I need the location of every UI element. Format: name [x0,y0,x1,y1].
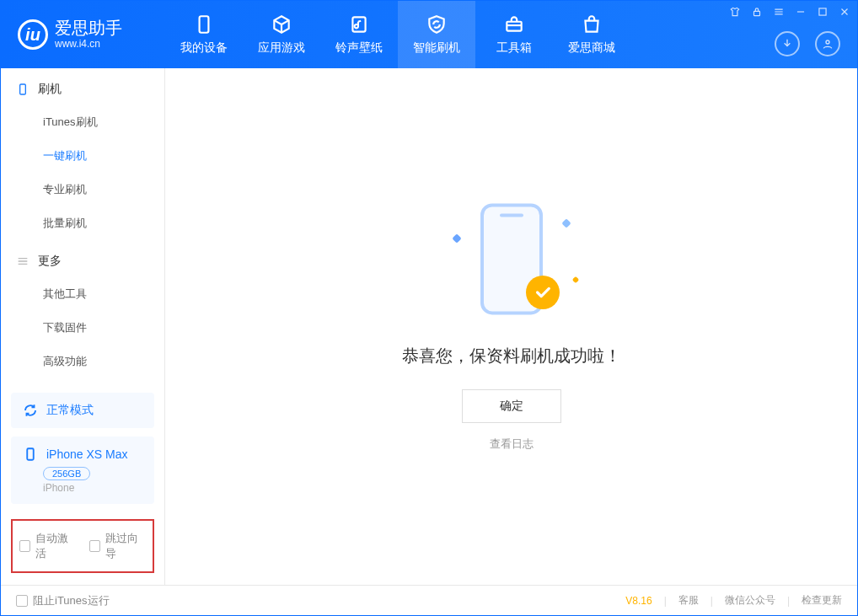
refresh-icon [23,403,38,418]
tab-label: 应用游戏 [258,40,305,56]
sparkle-icon [571,276,578,283]
mode-card[interactable]: 正常模式 [11,393,154,428]
group-title: 刷机 [38,82,62,97]
tab-label: 工具箱 [496,40,532,56]
app-subtitle: www.i4.cn [55,38,122,50]
tab-my-device[interactable]: 我的设备 [165,1,243,68]
success-illustration [448,201,575,328]
support-link[interactable]: 客服 [678,593,699,608]
nav-tabs: 我的设备 应用游戏 铃声壁纸 智能刷机 [165,1,630,68]
phone-icon [16,83,29,96]
list-icon [16,254,29,268]
checkmark-badge-icon [526,276,560,309]
minimize-icon[interactable] [795,6,807,18]
block-itunes-checkbox[interactable]: 阻止iTunes运行 [16,593,110,608]
tab-toolbox[interactable]: 工具箱 [475,1,553,68]
logo-icon: iu [18,19,48,50]
svg-point-5 [826,40,829,44]
auto-activate-checkbox[interactable]: 自动激活 [19,531,76,561]
tab-store[interactable]: 爱思商城 [553,1,630,68]
device-name: iPhone XS Max [46,447,128,461]
svg-rect-3 [754,11,760,15]
sidebar-item-download-firmware[interactable]: 下载固件 [1,311,164,345]
cube-icon [271,13,292,35]
tab-label: 我的设备 [180,40,228,56]
shield-refresh-icon [426,13,448,35]
lock-icon[interactable] [751,6,763,18]
window-controls [729,6,850,18]
view-log-link[interactable]: 查看日志 [490,437,534,452]
sidebar-item-batch-flash[interactable]: 批量刷机 [1,206,164,240]
separator: | [711,595,713,607]
app-window: iu 爱思助手 www.i4.cn 我的设备 应用游戏 [0,0,858,616]
sidebar-group-flash: 刷机 [1,68,164,105]
checkbox-label: 自动激活 [35,531,76,561]
version-label: V8.16 [625,595,652,607]
shopping-bag-icon [581,13,603,35]
close-icon[interactable] [839,6,850,18]
check-update-link[interactable]: 检查更新 [802,593,842,608]
tab-ringtones[interactable]: 铃声壁纸 [320,1,398,68]
sidebar-item-itunes-flash[interactable]: iTunes刷机 [1,105,164,139]
checkbox-icon [19,540,30,552]
toolbox-icon [503,13,525,35]
success-message: 恭喜您，保资料刷机成功啦！ [402,345,621,367]
svg-rect-4 [819,8,826,15]
header: iu 爱思助手 www.i4.cn 我的设备 应用游戏 [1,1,857,68]
tab-label: 爱思商城 [568,40,615,56]
device-capacity: 256GB [43,467,90,480]
mode-label: 正常模式 [46,403,94,418]
svg-rect-7 [27,448,34,460]
svg-rect-6 [20,84,26,94]
svg-rect-0 [200,16,209,33]
device-icon [193,13,215,35]
separator: | [664,595,667,607]
wechat-link[interactable]: 微信公众号 [725,593,775,608]
maximize-icon[interactable] [817,6,829,18]
sparkle-icon [452,233,461,243]
music-note-icon [348,13,370,35]
separator: | [787,595,790,607]
app-title: 爱思助手 [55,19,122,36]
sidebar-item-oneclick-flash[interactable]: 一键刷机 [1,139,164,173]
ok-button[interactable]: 确定 [462,389,561,423]
sidebar-item-other-tools[interactable]: 其他工具 [1,277,164,311]
main-content: 恭喜您，保资料刷机成功啦！ 确定 查看日志 [165,68,857,585]
checkbox-label: 阻止iTunes运行 [33,593,110,608]
body: 刷机 iTunes刷机 一键刷机 专业刷机 批量刷机 更多 其他工具 下载固件 … [1,68,857,585]
checkbox-icon [16,595,28,607]
tab-label: 智能刷机 [413,40,460,56]
menu-icon[interactable] [773,6,785,18]
sparkle-icon [561,218,571,228]
tab-smart-flash[interactable]: 智能刷机 [398,1,475,68]
checkbox-icon [89,540,100,552]
group-title: 更多 [38,254,62,269]
footer: 阻止iTunes运行 V8.16 | 客服 | 微信公众号 | 检查更新 [1,585,857,615]
tab-apps-games[interactable]: 应用游戏 [243,1,320,68]
skip-guide-checkbox[interactable]: 跳过向导 [89,531,146,561]
tab-label: 铃声壁纸 [335,40,383,56]
svg-rect-2 [507,22,521,31]
user-icon[interactable] [815,31,840,56]
shirt-icon[interactable] [729,6,741,18]
sidebar: 刷机 iTunes刷机 一键刷机 专业刷机 批量刷机 更多 其他工具 下载固件 … [1,68,165,585]
checkbox-label: 跳过向导 [105,531,146,561]
sidebar-item-advanced[interactable]: 高级功能 [1,345,164,378]
sidebar-group-more: 更多 [1,240,164,277]
sidebar-item-pro-flash[interactable]: 专业刷机 [1,173,164,206]
download-icon[interactable] [775,31,800,56]
header-actions [775,31,840,56]
device-type: iPhone [43,482,142,494]
phone-small-icon [23,447,38,462]
device-card[interactable]: iPhone XS Max 256GB iPhone [11,437,154,504]
options-highlight-box: 自动激活 跳过向导 [11,519,154,573]
logo-area: iu 爱思助手 www.i4.cn [1,19,165,50]
